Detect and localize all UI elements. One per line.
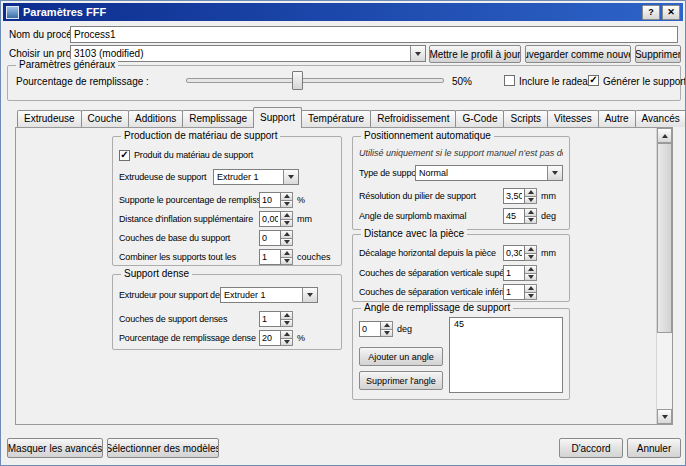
- pillar-resolution-spinner[interactable]: [503, 188, 537, 204]
- spin-down-button[interactable]: [381, 330, 393, 338]
- spin-down-button[interactable]: [525, 254, 537, 262]
- ok-button[interactable]: D'accord: [559, 438, 623, 458]
- infill-percentage-slider[interactable]: [186, 71, 444, 88]
- tab-refroidissement[interactable]: Refroidissement: [370, 110, 456, 127]
- tab-autre[interactable]: Autre: [598, 110, 636, 127]
- lower-separation-spinner[interactable]: [503, 284, 537, 300]
- tab-remplissage[interactable]: Remplissage: [182, 110, 254, 127]
- tab-additions[interactable]: Additions: [128, 110, 183, 127]
- spin-up-button[interactable]: [281, 311, 293, 320]
- scroll-up-button[interactable]: [657, 128, 672, 143]
- dense-layers-spinner[interactable]: [259, 311, 293, 327]
- pillar-resolution-input[interactable]: [503, 188, 525, 204]
- spin-down-button[interactable]: [281, 258, 293, 266]
- spin-up-button[interactable]: [281, 192, 293, 201]
- max-overhang-input[interactable]: [503, 208, 525, 224]
- spin-down-button[interactable]: [281, 201, 293, 209]
- horizontal-offset-input[interactable]: [503, 245, 525, 261]
- profile-combobox-arrow-button[interactable]: [410, 46, 425, 61]
- support-infill-spinner[interactable]: [259, 192, 293, 208]
- support-base-layers-spinner[interactable]: [259, 230, 293, 246]
- support-extruder-arrow-button[interactable]: [283, 170, 298, 184]
- automatic-placement-group: Positionnement automatique Utilisé uniqu…: [352, 136, 570, 230]
- horizontal-offset-spinner[interactable]: [503, 245, 537, 261]
- spin-down-button[interactable]: [281, 220, 293, 228]
- close-button[interactable]: ✕: [662, 5, 680, 20]
- spin-down-button[interactable]: [281, 320, 293, 328]
- spin-up-button[interactable]: [281, 249, 293, 258]
- spin-up-button[interactable]: [281, 230, 293, 239]
- select-models-button[interactable]: Sélectionner des modèles: [107, 438, 219, 458]
- inflation-distance-input[interactable]: [259, 211, 281, 227]
- add-angle-label: Ajouter un angle: [368, 352, 434, 362]
- tab-vitesses[interactable]: Vitesses: [547, 110, 599, 127]
- upper-separation-input[interactable]: [503, 265, 525, 281]
- spin-down-button[interactable]: [525, 293, 537, 301]
- include-raft-checkbox[interactable]: [504, 75, 515, 86]
- placement-note-row: Utilisé uniquement si le support manuel …: [359, 145, 563, 161]
- dense-infill-spinner[interactable]: [259, 330, 293, 346]
- lower-separation-input[interactable]: [503, 284, 525, 300]
- dense-layers-input[interactable]: [259, 311, 281, 327]
- tab-avances[interactable]: Avancés: [635, 110, 686, 127]
- cancel-button[interactable]: Annuler: [627, 438, 681, 458]
- max-overhang-spinner[interactable]: [503, 208, 537, 224]
- slider-track[interactable]: [186, 78, 444, 83]
- spin-up-button[interactable]: [281, 211, 293, 220]
- check-icon: ✓: [589, 75, 597, 85]
- spin-down-button[interactable]: [525, 274, 537, 282]
- remove-angle-button[interactable]: Supprimer l'angle: [359, 371, 443, 390]
- vertical-scrollbar-thumb[interactable]: [657, 143, 672, 333]
- dense-infill-input[interactable]: [259, 330, 281, 346]
- spin-up-button[interactable]: [525, 188, 537, 197]
- generate-support-material-checkbox[interactable]: ✓: [119, 150, 130, 161]
- tab-temperature[interactable]: Température: [301, 110, 371, 127]
- spin-up-button[interactable]: [381, 321, 393, 330]
- title-bar[interactable]: Paramètres FFF ? ✕: [3, 3, 683, 21]
- angle-list-item[interactable]: 45: [450, 318, 562, 330]
- spin-down-button[interactable]: [281, 339, 293, 347]
- combine-supports-input[interactable]: [259, 249, 281, 265]
- profile-combobox[interactable]: 3103 (modified): [70, 45, 426, 62]
- spin-up-button[interactable]: [525, 208, 537, 217]
- dense-extruder-combobox[interactable]: Extruder 1: [220, 287, 318, 303]
- angles-listbox[interactable]: 45: [449, 317, 563, 393]
- spin-up-button[interactable]: [525, 265, 537, 274]
- process-name-input[interactable]: [70, 26, 678, 43]
- support-type-arrow-button[interactable]: [547, 166, 562, 180]
- slider-thumb[interactable]: [292, 71, 303, 90]
- tab-couche[interactable]: Couche: [81, 110, 129, 127]
- combine-supports-spinner[interactable]: [259, 249, 293, 265]
- spin-up-button[interactable]: [281, 330, 293, 339]
- tab-gcode[interactable]: G-Code: [455, 110, 504, 127]
- delete-profile-button[interactable]: Supprimer: [635, 45, 681, 63]
- hide-advanced-button[interactable]: Masquer les avancés: [7, 438, 103, 458]
- support-extruder-combobox[interactable]: Extruder 1: [213, 169, 299, 185]
- generate-support-material-label: Produit du matériau de support: [134, 150, 335, 160]
- combine-supports-label: Combiner les supports tout les: [119, 252, 259, 262]
- spin-down-button[interactable]: [525, 197, 537, 205]
- spin-up-button[interactable]: [525, 284, 537, 293]
- add-angle-button[interactable]: Ajouter un angle: [359, 347, 443, 366]
- update-profile-button[interactable]: Mettre le profil à jour: [429, 45, 521, 63]
- angle-spinner[interactable]: [359, 321, 393, 337]
- help-button[interactable]: ?: [642, 5, 660, 20]
- support-base-layers-input[interactable]: [259, 230, 281, 246]
- support-base-layers-label: Couches de base du support: [119, 233, 259, 243]
- tab-extrudeuse[interactable]: Extrudeuse: [17, 110, 82, 127]
- spin-down-button[interactable]: [281, 239, 293, 247]
- support-infill-input[interactable]: [259, 192, 281, 208]
- spin-down-button[interactable]: [525, 217, 537, 225]
- support-type-combobox[interactable]: Normal: [415, 165, 563, 181]
- upper-separation-spinner[interactable]: [503, 265, 537, 281]
- inflation-distance-spinner[interactable]: [259, 211, 293, 227]
- tab-support[interactable]: Support: [253, 107, 302, 128]
- dense-extruder-arrow-button[interactable]: [302, 288, 317, 302]
- angle-input[interactable]: [359, 321, 381, 337]
- tab-scripts[interactable]: Scripts: [503, 110, 548, 127]
- spin-up-button[interactable]: [525, 245, 537, 254]
- save-as-new-button[interactable]: Sauvegarder comme nouveau: [525, 45, 631, 63]
- vertical-scrollbar[interactable]: [656, 128, 672, 424]
- generate-support-checkbox[interactable]: ✓: [588, 75, 599, 86]
- scroll-down-button[interactable]: [657, 409, 672, 424]
